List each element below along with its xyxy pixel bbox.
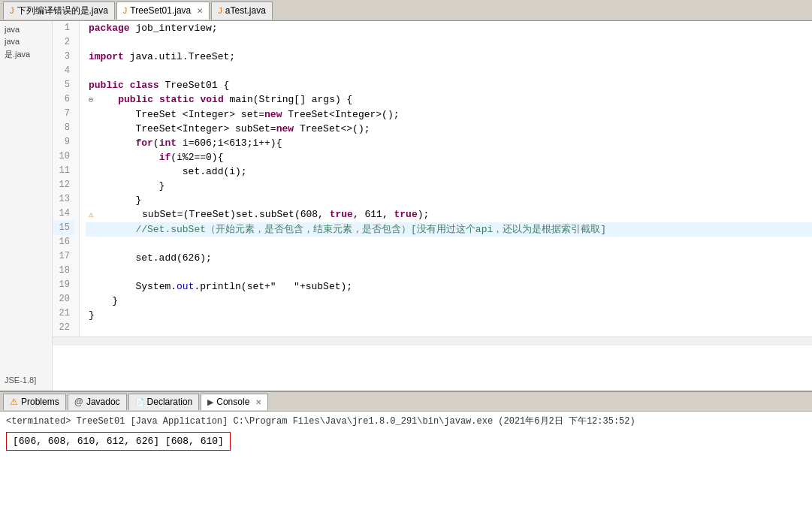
line-number: 17 <box>53 249 74 264</box>
code-line: if(i%2==0){ <box>86 150 812 164</box>
console-icon: ▶ <box>207 397 213 407</box>
line-number: 18 <box>53 264 74 278</box>
line-number: 2 <box>53 35 74 50</box>
code-line: ⊖ public static void main(String[] args)… <box>86 92 812 107</box>
line-number: 14 <box>53 207 74 221</box>
line-number: 22 <box>53 321 74 335</box>
line-number: 13 <box>53 192 74 207</box>
line-number: 12 <box>53 178 74 192</box>
line-number: 11 <box>53 164 74 178</box>
tab-declaration[interactable]: 📄 Declaration <box>128 394 200 410</box>
left-sidebar: java java 是.java JSE-1.8] <box>0 21 53 391</box>
warning-indicator: ⚠ <box>89 210 94 219</box>
collapse-icon[interactable]: ⊖ <box>89 96 93 104</box>
horizontal-scrollbar[interactable] <box>53 336 812 346</box>
code-line <box>86 64 812 78</box>
line-number: 16 <box>53 235 74 249</box>
line-number: 6 <box>53 92 74 107</box>
code-line: import java.util.TreeSet; <box>86 50 812 64</box>
code-line: set.add(i); <box>86 164 812 179</box>
tab-label: 下列编译错误的是.java <box>17 5 108 17</box>
code-line: } <box>86 294 812 308</box>
line-numbers: 12345678910111213141516171819202122 <box>53 21 80 336</box>
console-status: <terminated> TreeSet01 [Java Application… <box>6 415 806 427</box>
tab-console-label: Console <box>216 397 249 407</box>
line-number: 8 <box>53 121 74 135</box>
code-line <box>86 237 812 251</box>
code-line <box>86 322 812 336</box>
console-content: <terminated> TreeSet01 [Java Application… <box>0 412 812 507</box>
code-lines-wrapper: 12345678910111213141516171819202122 pack… <box>53 21 812 336</box>
line-number: 20 <box>53 292 74 306</box>
editor-tabs: J 下列编译错误的是.java J TreeSet01.java ✕ J aTe… <box>0 0 812 21</box>
bottom-tabs-bar: ⚠ Problems @ Javadoc 📄 Declaration ▶ Con… <box>0 392 812 412</box>
code-line <box>86 35 812 50</box>
tab-console[interactable]: ▶ Console ✕ <box>201 394 268 410</box>
tab-atest[interactable]: J aTest.java <box>211 2 273 20</box>
code-editor[interactable]: 12345678910111213141516171819202122 pack… <box>53 21 812 391</box>
tab-label: aTest.java <box>225 5 266 16</box>
line-number: 15 <box>53 221 74 235</box>
warning-icon: ⚠ <box>10 397 18 407</box>
code-line: } <box>86 179 812 193</box>
line-number: 7 <box>53 107 74 121</box>
java-file-icon: J <box>10 6 14 15</box>
code-line: package job_interview; <box>86 21 812 35</box>
code-line: public class TreeSet01 { <box>86 78 812 92</box>
tab-xia-lie[interactable]: J 下列编译错误的是.java <box>3 2 115 20</box>
code-line: ⚠ subSet=(TreeSet)set.subSet(608, true, … <box>86 207 812 222</box>
tab-label: TreeSet01.java <box>130 5 191 16</box>
sidebar-item-java1[interactable]: java <box>2 24 50 35</box>
code-line: for(int i=606;i<613;i++){ <box>86 136 812 150</box>
console-output: [606, 608, 610, 612, 626] [608, 610] <box>6 432 231 451</box>
code-line: //Set.subSet（开始元素，是否包含，结束元素，是否包含）[没有用过这个… <box>86 222 812 237</box>
tab-problems-label: Problems <box>21 397 59 407</box>
tab-javadoc[interactable]: @ Javadoc <box>68 394 127 410</box>
tab-declaration-label: Declaration <box>147 397 193 407</box>
line-number: 3 <box>53 50 74 64</box>
tab-treeset01[interactable]: J TreeSet01.java ✕ <box>116 2 210 20</box>
code-line: } <box>86 193 812 207</box>
line-number: 4 <box>53 64 74 78</box>
line-number: 9 <box>53 135 74 149</box>
code-line: set.add(626); <box>86 251 812 265</box>
code-line: TreeSet<Integer> subSet=new TreeSet<>(); <box>86 122 812 136</box>
sidebar-item-java2[interactable]: java <box>2 36 50 47</box>
line-contents: package job_interview; import java.util.… <box>80 21 812 336</box>
code-line <box>86 265 812 279</box>
code-line: } <box>86 308 812 322</box>
jre-label: JSE-1.8] <box>2 373 50 388</box>
line-number: 10 <box>53 149 74 164</box>
line-number: 19 <box>53 278 74 292</box>
java-file-icon: J <box>218 6 222 15</box>
bottom-panel: ⚠ Problems @ Javadoc 📄 Declaration ▶ Con… <box>0 391 812 507</box>
doc-icon: 📄 <box>135 398 144 406</box>
console-close-icon[interactable]: ✕ <box>255 398 261 406</box>
tab-close-icon[interactable]: ✕ <box>197 7 203 15</box>
at-icon: @ <box>74 397 83 407</box>
line-number: 1 <box>53 21 74 35</box>
tab-problems[interactable]: ⚠ Problems <box>3 394 66 410</box>
java-file-icon: J <box>123 6 128 15</box>
tab-javadoc-label: Javadoc <box>86 397 120 407</box>
code-line: TreeSet <Integer> set=new TreeSet<Intege… <box>86 107 812 122</box>
editor-main: java java 是.java JSE-1.8] 12345678910111… <box>0 21 812 391</box>
line-number: 5 <box>53 78 74 92</box>
sidebar-item-java3[interactable]: 是.java <box>2 48 50 61</box>
code-line: System.out.println(set+" "+subSet); <box>86 279 812 294</box>
line-number: 21 <box>53 306 74 321</box>
